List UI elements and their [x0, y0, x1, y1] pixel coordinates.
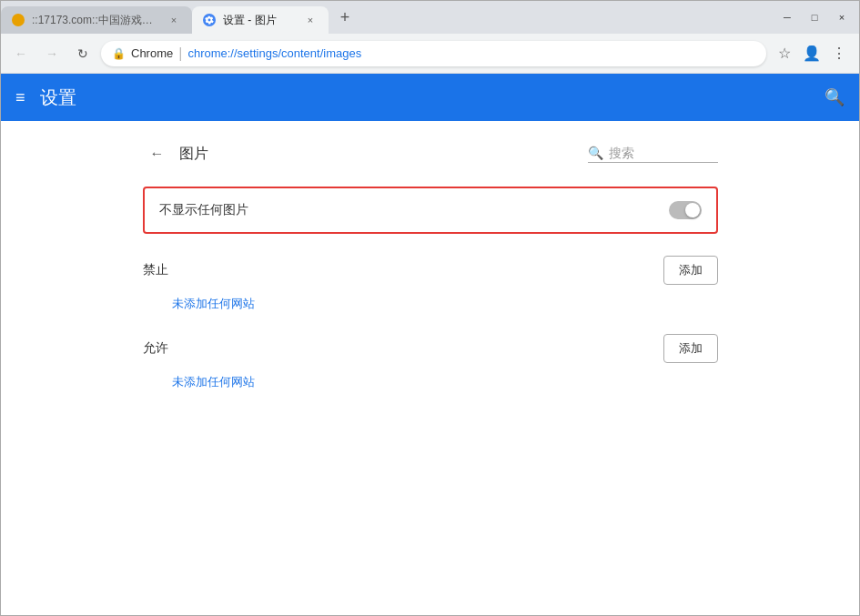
page-header: ← 图片 🔍 [143, 139, 718, 168]
settings-main: ← 图片 🔍 不显示任何图片 禁止 [1, 121, 859, 615]
title-bar: ::17173.com::中国游戏门户站 × 设置 - 图片 × + ─ □ × [1, 1, 859, 34]
header-search-icon[interactable]: 🔍 [825, 87, 845, 107]
new-tab-button[interactable]: + [332, 5, 358, 30]
block-section-title: 禁止 [143, 262, 168, 278]
forward-button[interactable]: → [39, 41, 65, 66]
toggle-label: 不显示任何图片 [159, 202, 248, 218]
account-button[interactable]: 👤 [799, 41, 825, 66]
search-input[interactable] [609, 146, 718, 160]
tab-label-game: ::17173.com::中国游戏门户站 [32, 13, 159, 28]
close-button[interactable]: × [828, 7, 855, 27]
block-section-header: 禁止 添加 [143, 256, 718, 285]
omnibox-separator: | [178, 45, 182, 62]
toggle-row: 不显示任何图片 [143, 187, 718, 234]
tab-favicon-settings [203, 14, 216, 26]
bookmark-button[interactable]: ☆ [772, 41, 797, 66]
allow-section-header: 允许 添加 [143, 334, 718, 363]
refresh-button[interactable]: ↻ [70, 41, 96, 66]
tab-settings[interactable]: 设置 - 图片 × [192, 6, 329, 34]
tab-close-settings[interactable]: × [303, 13, 318, 27]
tab-favicon-game [12, 14, 25, 26]
block-add-button[interactable]: 添加 [663, 256, 718, 285]
toolbar-right: ☆ 👤 ⋮ [772, 41, 852, 66]
tab-close-game[interactable]: × [167, 13, 181, 27]
tab-game[interactable]: ::17173.com::中国游戏门户站 × [1, 6, 192, 34]
hamburger-icon[interactable]: ≡ [15, 88, 25, 107]
allow-empty-text: 未添加任何网站 [172, 374, 718, 390]
settings-header: ≡ 设置 🔍 [1, 74, 859, 121]
omnibox-url: chrome://settings/content/images [187, 46, 361, 60]
tab-label-settings: 设置 - 图片 [223, 13, 277, 28]
toggle-knob [685, 203, 700, 217]
allow-add-button[interactable]: 添加 [663, 334, 718, 363]
allow-section-title: 允许 [143, 340, 168, 357]
allow-section: 允许 添加 未添加任何网站 [143, 334, 718, 390]
tab-list: ::17173.com::中国游戏门户站 × 设置 - 图片 × + [1, 1, 358, 34]
back-button[interactable]: ← [8, 41, 34, 66]
maximize-button[interactable]: □ [801, 7, 828, 27]
omnibox[interactable]: 🔒 Chrome | chrome://settings/content/ima… [101, 41, 766, 66]
page-title: 图片 [179, 145, 588, 164]
minimize-button[interactable]: ─ [774, 7, 801, 27]
block-section: 禁止 添加 未添加任何网站 [143, 256, 718, 312]
block-empty-text: 未添加任何网站 [172, 296, 718, 312]
page-back-button[interactable]: ← [143, 139, 172, 168]
search-box: 🔍 [588, 146, 718, 163]
settings-title: 设置 [40, 86, 825, 110]
search-icon: 🔍 [588, 146, 603, 160]
settings-content: ← 图片 🔍 不显示任何图片 禁止 [1, 121, 859, 615]
toggle-switch[interactable] [669, 201, 702, 219]
content-area: ← 图片 🔍 不显示任何图片 禁止 [121, 121, 740, 430]
menu-button[interactable]: ⋮ [826, 41, 852, 66]
lock-icon: 🔒 [112, 47, 126, 60]
omnibox-brand: Chrome [131, 46, 173, 60]
address-bar: ← → ↻ 🔒 Chrome | chrome://settings/conte… [1, 34, 859, 74]
window-controls: ─ □ × [774, 7, 855, 27]
